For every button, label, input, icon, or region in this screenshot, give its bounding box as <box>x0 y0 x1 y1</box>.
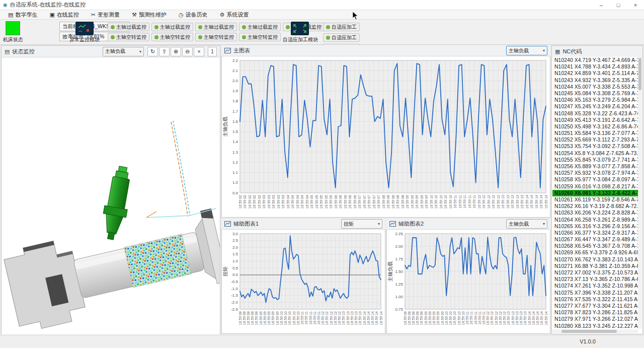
overload-monitor-button-label: 主轴过载监控 <box>160 24 190 31</box>
svg-text:16:59:13: 16:59:13 <box>511 195 514 208</box>
nc-row[interactable]: N10265 X6.316 Y-3.296 Z-9.156 A-71.771 <box>552 223 642 230</box>
nc-row[interactable]: N10255 X5.845 Y-3.079 Z-7.741 A-73.458 <box>552 157 642 163</box>
nc-row[interactable]: N10267 X6.447 Y-3.347 Z-9.489 A-71.055 <box>552 236 642 243</box>
nc-row[interactable]: N10243 X4.932 Y-3.369 Z-5.335 A-75.523 <box>552 77 642 84</box>
viewport-tool-4[interactable]: × <box>194 47 204 56</box>
anomaly-module-icon[interactable] <box>75 22 94 35</box>
idle-monitor-button-3[interactable]: 主轴空转监控 <box>239 33 281 41</box>
idle-monitor-button-2[interactable]: 主轴空转监控 <box>195 33 237 41</box>
svg-text:16:59:08: 16:59:08 <box>251 311 254 325</box>
aux2-select[interactable]: 主轴负载 ▾ <box>506 219 547 229</box>
nc-row[interactable]: N10247 X5.245 Y-3.249 Z-6.204 A-74.701 <box>552 103 642 110</box>
idle-monitor-button-1[interactable]: 主轴空转监控 <box>151 33 193 41</box>
menu-item-5[interactable]: ⚙系统设置 <box>215 11 254 19</box>
nc-row[interactable]: N10276 X7.535 Y-3.322 Z-11.415 A-65.22 <box>552 296 642 303</box>
nc-row[interactable]: N10245 X5.084 Y-3.308 Z-5.769 A-75.088 <box>552 90 642 97</box>
idle-monitor-button-0[interactable]: 主轴空转监控 <box>108 33 149 41</box>
svg-text:16:59:13: 16:59:13 <box>523 311 527 325</box>
nc-horizontal-scrollbar[interactable] <box>552 329 638 333</box>
nc-row[interactable]: N10259 X6.016 Y-3.098 Z-8.217 A-73.036 <box>552 183 642 190</box>
overload-monitor-button-1[interactable]: 主轴过载监控 <box>151 23 193 31</box>
menu-item-1[interactable]: ▣在线监控 <box>44 11 84 19</box>
nc-row[interactable]: N10270 X6.762 Y-3.383 Z-10.143 A-69.34 <box>552 256 642 263</box>
svg-text:1.50: 1.50 <box>395 269 403 274</box>
svg-text:16:59:06: 16:59:06 <box>334 195 338 208</box>
nc-row[interactable]: N10280 X8.123 Y-3.245 Z-12.227 A-62.23 <box>552 323 642 329</box>
nc-row[interactable]: N10272 X7.002 Y-3.375 Z-10.573 A-68.05 <box>552 269 642 276</box>
status-dot-icon <box>242 25 246 29</box>
nc-row[interactable]: N10251 X5.584 Y-3.136 Z-7.077 A-74.012 <box>552 130 642 136</box>
nc-row[interactable]: N10241 X4.788 Y-3.434 Z-4.893 A-76.062 <box>552 63 642 70</box>
nc-row[interactable]: N10250 X5.498 Y-3.162 Z-6.86 A-74.178 C <box>552 123 642 130</box>
viewport-tool-0[interactable]: ↻ <box>147 47 158 56</box>
nc-vertical-scrollbar[interactable] <box>638 57 642 329</box>
nc-row[interactable]: N10252 X5.669 Y-3.112 Z-7.293 A-73.844 <box>552 136 642 143</box>
nc-row[interactable]: N10240 X4.719 Y-3.467 Z-4.669 A-76.396 <box>552 57 642 63</box>
aux1-select[interactable]: 扭矩 ▾ <box>341 219 382 229</box>
nc-row[interactable]: N10260 X6.081 Y-3.133 Z-8.422 A-72.835 <box>552 190 642 196</box>
window-title: 自适应系统-在线监控-在线监控 <box>10 1 86 9</box>
svg-text:16:59:10: 16:59:10 <box>449 311 452 325</box>
nc-row[interactable]: N10262 X6.16 Y-3.19 Z-8.682 A-72.534 C <box>552 203 642 210</box>
status-dot-icon <box>198 35 202 39</box>
overload-monitor-button-2[interactable]: 主轴过载监控 <box>195 23 237 31</box>
minimize-button[interactable]: – <box>593 0 610 10</box>
adaptive-machining-button-0[interactable]: 自适应加工 <box>323 23 360 31</box>
nc-row[interactable]: N10279 X7.971 Y-3.266 Z-12.027 A-62.98 <box>552 316 642 322</box>
nc-row[interactable]: N10244 X5.007 Y-3.338 Z-5.553 A-75.297 <box>552 84 642 90</box>
main-chart-select-value: 主轴负载 <box>509 47 529 54</box>
nc-row[interactable]: N10246 X5.163 Y-3.279 Z-5.984 A-74.892 <box>552 97 642 103</box>
nc-hscroll-thumb[interactable] <box>561 330 617 333</box>
nc-row[interactable]: N10248 X5.328 Y-3.22 Z-6.423 A-74.52 C <box>552 110 642 117</box>
nc-row[interactable]: N10249 X5.413 Y-3.191 Z-6.642 A-74.346 <box>552 117 642 123</box>
nc-row[interactable]: N10266 X6.377 Y-3.324 Z-9.317 A-71.443 <box>552 230 642 236</box>
app-icon: ◉ <box>3 2 8 8</box>
svg-text:1.2: 1.2 <box>232 160 238 165</box>
nc-row[interactable]: N10256 X5.889 Y-3.077 Z-7.858 A-73.348 <box>552 163 642 170</box>
menu-item-0[interactable]: ▤数字孪生 <box>3 11 42 19</box>
nc-row[interactable]: N10274 X7.261 Y-3.352 Z-10.998 A-66.67 <box>552 283 642 289</box>
nc-row[interactable]: N10278 X7.823 Y-3.286 Z-11.825 A-63.73 <box>552 309 642 316</box>
viewport-signal-select[interactable]: 主轴负载 ▾ <box>103 47 144 56</box>
nc-vscroll-thumb[interactable] <box>638 58 641 90</box>
adaptive-module-icon[interactable] <box>291 22 309 35</box>
3d-viewport[interactable] <box>2 57 220 334</box>
svg-text:16:59:13: 16:59:13 <box>501 195 505 208</box>
menu-item-2[interactable]: ✂变形测量 <box>86 11 125 19</box>
nc-row[interactable]: N10273 X7.13 Y-3.365 Z-10.786 A-67.372 <box>552 276 642 283</box>
aux2-header: 辅助图表2 主轴负载 ▾ <box>386 219 550 230</box>
nc-row[interactable]: N10253 X5.754 Y-3.092 Z-7.508 A-73.677 <box>552 143 642 150</box>
svg-text:16:59:08: 16:59:08 <box>408 311 411 325</box>
svg-text:16:59:11: 16:59:11 <box>313 311 316 325</box>
svg-text:16:59:10: 16:59:10 <box>284 311 287 325</box>
viewport-tool-3[interactable]: ⊖ <box>182 47 193 56</box>
nc-row[interactable]: N10242 X4.859 Y-3.401 Z-5.114 A-75.775 <box>552 70 642 77</box>
nc-row[interactable]: N10275 X7.396 Y-3.338 Z-11.207 A-65.95 <box>552 290 642 296</box>
overload-monitor-button-0[interactable]: 主轴过载监控 <box>108 23 149 31</box>
menu-item-4[interactable]: ◷设备历史 <box>174 11 213 19</box>
viewport-tool-2[interactable]: ⊕ <box>171 47 181 56</box>
nc-row[interactable]: N10264 X6.258 Y-3.261 Z-8.989 A-72.072 <box>552 217 642 223</box>
main-chart-select[interactable]: 主轴负载 ▾ <box>506 46 547 55</box>
svg-text:16:59:11: 16:59:11 <box>465 311 469 325</box>
svg-text:16:59:11: 16:59:11 <box>478 311 481 325</box>
status-dot-icon <box>326 25 330 29</box>
overload-monitor-button-3[interactable]: 主轴过载监控 <box>239 23 281 31</box>
close-button[interactable]: × <box>627 0 644 10</box>
menu-item-3[interactable]: ⚒预测性维护 <box>127 11 172 19</box>
nc-row[interactable]: N10258 X5.977 Y-3.084 Z-8.097 A-73.138 <box>552 176 642 183</box>
nc-row[interactable]: N10269 X6.65 Y-3.379 Z-9.926 A-69.947 C <box>552 249 642 256</box>
nc-row[interactable]: N10277 X7.677 Y-3.304 Z-11.621 A-64.48 <box>552 303 642 309</box>
nc-row[interactable]: N10254 X5.8 Y-3.084 Z-7.625 A-73.571 C <box>552 150 642 157</box>
nc-row[interactable]: N10261 X6.119 Y-3.159 Z-8.546 A-72.701 <box>552 196 642 203</box>
nc-row[interactable]: N10268 X6.545 Y-3.367 Z-9.708 A-70.519 <box>552 243 642 249</box>
svg-text:16:59:09: 16:59:09 <box>424 311 428 325</box>
svg-text:16:59:14: 16:59:14 <box>371 311 374 325</box>
nc-row[interactable]: N10271 X6.88 Y-3.381 Z-10.359 A-68.711 <box>552 263 642 269</box>
nc-row[interactable]: N10263 X6.206 Y-3.224 Z-8.828 A-72.33 C <box>552 210 642 216</box>
viewport-tool-1[interactable]: ⇧ <box>159 47 170 56</box>
adaptive-machining-button-1[interactable]: 自适应加工 <box>323 33 360 42</box>
nc-row[interactable]: N10257 X5.932 Y-3.078 Z-7.974 A-73.243 <box>552 170 642 176</box>
svg-text:16:59:13: 16:59:13 <box>350 311 354 325</box>
maximize-button[interactable]: □ <box>610 0 627 10</box>
